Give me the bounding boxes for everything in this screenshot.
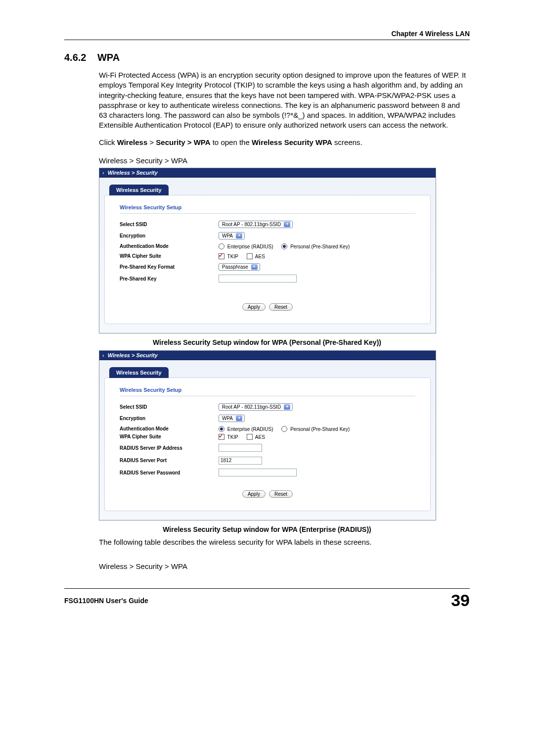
- label-cipher: WPA Cipher Suite: [120, 253, 219, 259]
- security-panel: Wireless Security Setup Select SSID Root…: [104, 378, 431, 511]
- figure-caption-bottom: Wireless > Security > WPA: [99, 562, 470, 570]
- check-aes[interactable]: [247, 434, 253, 440]
- input-radius-password[interactable]: [219, 469, 297, 476]
- intro-paragraph: Wi-Fi Protected Access (WPA) is an encry…: [99, 70, 470, 131]
- check-tkip-label: TKIP: [227, 434, 238, 440]
- breadcrumb-bar: › Wireless > Security: [99, 351, 436, 360]
- screenshot-enterprise: › Wireless > Security Wireless Security …: [99, 350, 436, 520]
- radio-enterprise-label: Enterprise (RADIUS): [227, 244, 273, 249]
- select-encryption[interactable]: WPA ▾: [219, 415, 245, 422]
- breadcrumb-text: Wireless > Security: [108, 170, 158, 176]
- radio-personal-label: Personal (Pre-Shared Key): [290, 426, 350, 432]
- tab-wireless-security[interactable]: Wireless Security: [109, 185, 169, 195]
- page-footer: FSG1100HN User's Guide 39: [64, 588, 470, 610]
- select-ssid-value: Root AP - 802.11bgn-SSID: [222, 222, 281, 227]
- radio-personal[interactable]: [281, 426, 287, 432]
- dropdown-icon: ▾: [284, 404, 290, 410]
- check-aes-label: AES: [255, 434, 265, 440]
- reset-button[interactable]: Reset: [269, 303, 293, 311]
- chapter-header: Chapter 4 Wireless LAN: [64, 30, 470, 40]
- label-auth-mode: Authentication Mode: [120, 426, 219, 431]
- label-radius-ip: RADIUS Server IP Address: [120, 445, 219, 451]
- nav-mid2: to open the: [211, 138, 252, 146]
- figure2-caption: Wireless Security Setup window for WPA (…: [99, 525, 435, 533]
- radio-enterprise-label: Enterprise (RADIUS): [227, 426, 273, 432]
- nav-mid1: >: [147, 138, 156, 146]
- figure-caption-top: Wireless > Security > WPA: [99, 156, 470, 165]
- select-encryption[interactable]: WPA ▾: [219, 232, 245, 239]
- select-ssid[interactable]: Root AP - 802.11bgn-SSID ▾: [219, 403, 293, 411]
- reset-button[interactable]: Reset: [269, 490, 293, 498]
- check-tkip-label: TKIP: [227, 254, 238, 259]
- nav-b1: Wireless: [117, 138, 148, 146]
- security-panel: Wireless Security Setup Select SSID Root…: [104, 195, 431, 324]
- input-psk[interactable]: [219, 275, 297, 283]
- input-radius-port[interactable]: 1812: [219, 457, 262, 465]
- select-psk-format[interactable]: Passphrase ▾: [219, 263, 260, 271]
- label-ssid: Select SSID: [120, 222, 219, 227]
- chevron-right-icon: ›: [102, 352, 104, 358]
- figure1-caption: Wireless Security Setup window for WPA (…: [99, 338, 435, 346]
- screenshot-personal: › Wireless > Security Wireless Security …: [99, 168, 436, 333]
- label-radius-password: RADIUS Server Password: [120, 470, 219, 475]
- label-psk-format: Pre-Shared Key Format: [120, 264, 219, 270]
- dropdown-icon: ▾: [284, 222, 290, 227]
- tab-wireless-security[interactable]: Wireless Security: [109, 367, 169, 378]
- select-psk-format-value: Passphrase: [222, 264, 248, 270]
- section-heading: 4.6.2 WPA: [64, 52, 470, 63]
- radio-personal[interactable]: [281, 243, 287, 249]
- label-radius-port: RADIUS Server Port: [120, 458, 219, 463]
- section-number: 4.6.2: [64, 52, 86, 63]
- chevron-right-icon: ›: [102, 170, 104, 176]
- check-aes[interactable]: [247, 253, 253, 259]
- check-aes-label: AES: [255, 254, 265, 259]
- apply-button[interactable]: Apply: [242, 490, 266, 498]
- input-radius-ip[interactable]: [219, 444, 262, 452]
- apply-button[interactable]: Apply: [242, 303, 266, 311]
- nav-post: screens.: [332, 138, 362, 146]
- radio-personal-label: Personal (Pre-Shared Key): [290, 244, 350, 249]
- nav-pre: Click: [99, 138, 117, 146]
- nav-instruction: Click Wireless > Security > WPA to open …: [99, 138, 470, 147]
- footer-guide-name: FSG1100HN User's Guide: [64, 597, 148, 605]
- label-auth-mode: Authentication Mode: [120, 243, 219, 249]
- breadcrumb-bar: › Wireless > Security: [99, 168, 436, 178]
- page-number: 39: [451, 591, 470, 610]
- nav-b2: Security > WPA: [156, 138, 210, 146]
- dropdown-icon: ▾: [236, 416, 242, 421]
- panel-title: Wireless Security Setup: [120, 387, 415, 396]
- check-tkip[interactable]: [219, 253, 224, 259]
- panel-title: Wireless Security Setup: [120, 204, 415, 214]
- nav-b3: Wireless Security WPA: [252, 138, 332, 146]
- select-ssid-value: Root AP - 802.11bgn-SSID: [222, 404, 281, 410]
- dropdown-icon: ▾: [236, 233, 242, 238]
- select-encryption-value: WPA: [222, 416, 233, 421]
- label-encryption: Encryption: [120, 233, 219, 238]
- label-encryption: Encryption: [120, 416, 219, 421]
- select-ssid[interactable]: Root AP - 802.11bgn-SSID ▾: [219, 221, 293, 228]
- label-ssid: Select SSID: [120, 404, 219, 410]
- check-tkip[interactable]: [219, 434, 224, 440]
- radio-enterprise[interactable]: [219, 243, 224, 249]
- breadcrumb-text: Wireless > Security: [108, 352, 158, 358]
- dropdown-icon: ▾: [251, 264, 258, 270]
- label-psk: Pre-Shared Key: [120, 276, 219, 282]
- section-title: WPA: [97, 52, 120, 63]
- radio-enterprise[interactable]: [219, 426, 224, 432]
- label-cipher: WPA Cipher Suite: [120, 434, 219, 439]
- select-encryption-value: WPA: [222, 233, 233, 238]
- table-intro: The following table describes the wirele…: [99, 537, 470, 547]
